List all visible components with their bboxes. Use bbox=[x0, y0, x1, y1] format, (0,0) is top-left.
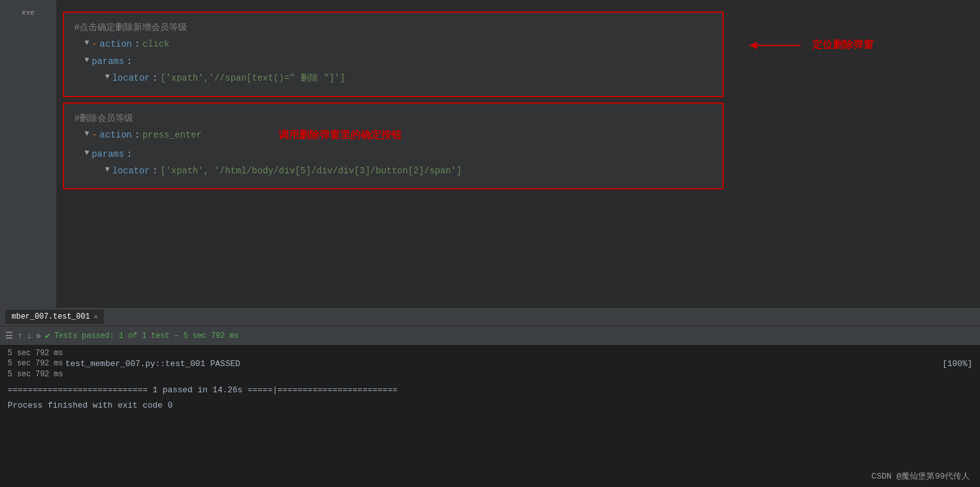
menu-icon[interactable]: ☰ bbox=[5, 330, 13, 341]
time-1: 5 sec 792 ms bbox=[8, 349, 65, 358]
annotation-text-1: 定位删除弹窗 bbox=[812, 38, 874, 52]
tab-label: mber_007.test_001 bbox=[12, 312, 90, 321]
fold-icon-2[interactable]: ▼ bbox=[85, 128, 89, 140]
locator-value-1: ['xpath','//span[text()=" 删除 "]'] bbox=[160, 71, 345, 85]
passed-text: test_member_007.py::test_001 PASSED bbox=[65, 359, 240, 369]
exit-text: Process finished with exit code 0 bbox=[8, 401, 172, 410]
inline-annotation-2: 调用删除弹窗里的确定按钮 bbox=[279, 128, 402, 145]
content-3 bbox=[65, 370, 972, 379]
locator-key-2: locator bbox=[112, 164, 150, 178]
fold-icon-params-1[interactable]: ▼ bbox=[85, 54, 89, 67]
fold-icon-1[interactable]: ▼ bbox=[85, 37, 89, 49]
action-key-1: action bbox=[100, 37, 132, 51]
code-block-1: #点击确定删除新增会员等级 ▼ - action : click ▼ param… bbox=[63, 12, 724, 97]
colon-3: : bbox=[152, 71, 158, 85]
check-icon: ✔ bbox=[45, 330, 50, 341]
action-value-1: click bbox=[142, 37, 169, 51]
comment-line-1: #点击确定删除新增会员等级 bbox=[74, 20, 712, 35]
time-3: 5 sec 792 ms bbox=[8, 370, 65, 379]
watermark: CSDN @魔仙堡第99代传人 bbox=[872, 470, 970, 482]
separator-text: ============================ 1 passed in… bbox=[8, 385, 398, 395]
tab-close-icon[interactable]: ✕ bbox=[94, 313, 97, 321]
action-value-2: press_enter bbox=[142, 128, 201, 142]
dash-1: - bbox=[92, 37, 97, 51]
locator-key-1: locator bbox=[112, 71, 150, 85]
dash-2: - bbox=[92, 128, 97, 142]
fold-icon-params-2[interactable]: ▼ bbox=[85, 147, 89, 159]
test-status-text: Tests passed: 1 of 1 test – 5 sec 792 ms bbox=[54, 331, 239, 340]
code-block-2: #删除会员等级 ▼ - action : press_enter 调用删除弹窗里… bbox=[63, 102, 724, 190]
content-2: test_member_007.py::test_001 PASSED [100… bbox=[65, 359, 972, 369]
locator-line-2: ▼ locator : ['xpath', '/html/body/div[5]… bbox=[74, 164, 712, 178]
time-2: 5 sec 792 ms bbox=[8, 359, 65, 369]
main-area: exe #点击确定删除新增会员等级 ▼ - action : click ▼ p… bbox=[0, 0, 980, 308]
tab-bar: mber_007.test_001 ✕ bbox=[0, 308, 980, 326]
more-icon[interactable]: » bbox=[36, 331, 41, 341]
locator-value-2: ['xpath', '/html/body/div[5]/div/div[3]/… bbox=[160, 164, 461, 178]
exit-line: Process finished with exit code 0 bbox=[8, 399, 972, 411]
colon-2: : bbox=[127, 54, 132, 68]
output-area: 5 sec 792 ms 5 sec 792 ms test_member_00… bbox=[0, 345, 980, 487]
toolbar-bar: ☰ ↑ ↓ » ✔ Tests passed: 1 of 1 test – 5 … bbox=[0, 326, 980, 345]
colon-5: : bbox=[127, 147, 132, 161]
colon-6: : bbox=[152, 164, 158, 178]
colon-1: : bbox=[135, 37, 140, 51]
percent-text: [100%] bbox=[942, 359, 972, 369]
comment-1: #点击确定删除新增会员等级 bbox=[74, 20, 187, 35]
comment-line-2: #删除会员等级 bbox=[74, 111, 712, 125]
comment-2: #删除会员等级 bbox=[74, 111, 133, 125]
action-line-2: ▼ - action : press_enter 调用删除弹窗里的确定按钮 bbox=[74, 128, 712, 145]
sidebar-label: exe bbox=[20, 6, 36, 19]
action-key-2: action bbox=[100, 128, 132, 142]
colon-4: : bbox=[135, 128, 140, 142]
fold-icon-locator-1[interactable]: ▼ bbox=[105, 71, 110, 83]
left-sidebar: exe bbox=[0, 0, 56, 308]
output-row-3: 5 sec 792 ms bbox=[8, 370, 972, 379]
up-icon[interactable]: ↑ bbox=[17, 331, 22, 341]
action-line-1: ▼ - action : click bbox=[74, 37, 712, 51]
output-row-1: 5 sec 792 ms bbox=[8, 349, 972, 358]
params-line-1: ▼ params : bbox=[74, 54, 712, 68]
bottom-panel: mber_007.test_001 ✕ ☰ ↑ ↓ » ✔ Tests pass… bbox=[0, 308, 980, 487]
tab-test001[interactable]: mber_007.test_001 ✕ bbox=[5, 310, 104, 324]
params-key-2: params bbox=[92, 147, 124, 161]
red-arrow-1 bbox=[749, 45, 801, 46]
output-row-2: 5 sec 792 ms test_member_007.py::test_00… bbox=[8, 359, 972, 369]
params-line-2: ▼ params : bbox=[74, 147, 712, 161]
content-1 bbox=[65, 349, 972, 358]
annotation-block-1: 定位删除弹窗 bbox=[749, 38, 980, 52]
params-key-1: params bbox=[92, 54, 124, 68]
down-icon[interactable]: ↓ bbox=[26, 331, 31, 341]
separator-line: ============================ 1 passed in… bbox=[8, 384, 972, 395]
right-annotation-panel: 定位删除弹窗 bbox=[737, 0, 980, 308]
locator-line-1: ▼ locator : ['xpath','//span[text()=" 删除… bbox=[74, 71, 712, 85]
fold-icon-locator-2[interactable]: ▼ bbox=[105, 164, 110, 176]
code-editor-area: #点击确定删除新增会员等级 ▼ - action : click ▼ param… bbox=[56, 0, 737, 308]
